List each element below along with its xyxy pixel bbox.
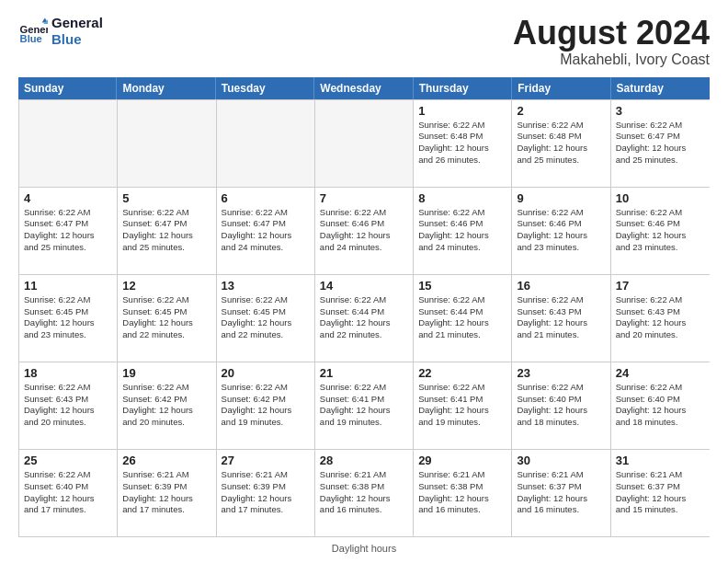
day-info: Sunrise: 6:22 AM Sunset: 6:42 PM Dayligh… <box>222 382 310 429</box>
cal-cell: 4Sunrise: 6:22 AM Sunset: 6:47 PM Daylig… <box>19 188 118 274</box>
day-info: Sunrise: 6:22 AM Sunset: 6:44 PM Dayligh… <box>418 294 506 341</box>
logo-icon: General Blue <box>18 17 48 46</box>
cal-cell: 1Sunrise: 6:22 AM Sunset: 6:48 PM Daylig… <box>414 100 512 187</box>
cal-cell: 26Sunrise: 6:21 AM Sunset: 6:39 PM Dayli… <box>118 450 216 536</box>
day-info: Sunrise: 6:22 AM Sunset: 6:45 PM Dayligh… <box>24 294 112 341</box>
cal-cell: 23Sunrise: 6:22 AM Sunset: 6:40 PM Dayli… <box>512 362 610 449</box>
cal-row-3: 18Sunrise: 6:22 AM Sunset: 6:43 PM Dayli… <box>19 362 710 449</box>
cal-cell: 25Sunrise: 6:22 AM Sunset: 6:40 PM Dayli… <box>19 450 118 536</box>
cal-cell <box>118 100 216 187</box>
day-number: 14 <box>320 279 408 293</box>
day-info: Sunrise: 6:21 AM Sunset: 6:37 PM Dayligh… <box>517 469 605 516</box>
day-info: Sunrise: 6:22 AM Sunset: 6:46 PM Dayligh… <box>418 207 506 254</box>
day-header-friday: Friday <box>512 77 610 99</box>
cal-cell: 6Sunrise: 6:22 AM Sunset: 6:47 PM Daylig… <box>217 188 315 274</box>
day-info: Sunrise: 6:22 AM Sunset: 6:47 PM Dayligh… <box>222 207 310 254</box>
day-header-wednesday: Wednesday <box>314 77 413 99</box>
day-number: 11 <box>24 279 112 293</box>
day-number: 10 <box>616 191 705 205</box>
cal-cell: 7Sunrise: 6:22 AM Sunset: 6:46 PM Daylig… <box>315 188 414 274</box>
day-number: 20 <box>222 366 310 380</box>
day-number: 19 <box>122 366 210 380</box>
day-number: 31 <box>616 454 705 467</box>
day-header-thursday: Thursday <box>414 77 512 99</box>
day-number: 3 <box>616 104 705 118</box>
day-number: 17 <box>616 279 705 293</box>
day-info: Sunrise: 6:22 AM Sunset: 6:46 PM Dayligh… <box>320 207 408 254</box>
cal-cell: 2Sunrise: 6:22 AM Sunset: 6:48 PM Daylig… <box>512 100 610 187</box>
day-info: Sunrise: 6:22 AM Sunset: 6:43 PM Dayligh… <box>24 382 112 429</box>
footer: Daylight hours <box>18 543 710 554</box>
day-number: 23 <box>517 366 605 380</box>
day-number: 29 <box>418 454 506 467</box>
day-number: 26 <box>122 454 210 467</box>
cal-cell: 5Sunrise: 6:22 AM Sunset: 6:47 PM Daylig… <box>118 188 216 274</box>
cal-cell: 12Sunrise: 6:22 AM Sunset: 6:45 PM Dayli… <box>118 275 216 362</box>
day-info: Sunrise: 6:21 AM Sunset: 6:38 PM Dayligh… <box>320 469 408 516</box>
day-info: Sunrise: 6:22 AM Sunset: 6:42 PM Dayligh… <box>122 382 210 429</box>
day-number: 13 <box>222 279 310 293</box>
cal-cell: 22Sunrise: 6:22 AM Sunset: 6:41 PM Dayli… <box>414 362 512 449</box>
day-number: 9 <box>517 191 605 205</box>
day-number: 7 <box>320 191 408 205</box>
day-number: 4 <box>24 191 112 205</box>
cal-cell: 8Sunrise: 6:22 AM Sunset: 6:46 PM Daylig… <box>414 188 512 274</box>
day-number: 21 <box>320 366 408 380</box>
cal-cell: 13Sunrise: 6:22 AM Sunset: 6:45 PM Dayli… <box>217 275 315 362</box>
day-info: Sunrise: 6:21 AM Sunset: 6:39 PM Dayligh… <box>122 469 210 516</box>
page-subtitle: Makahebli, Ivory Coast <box>513 52 710 68</box>
cal-cell: 10Sunrise: 6:22 AM Sunset: 6:46 PM Dayli… <box>611 188 710 274</box>
day-info: Sunrise: 6:22 AM Sunset: 6:47 PM Dayligh… <box>616 120 705 167</box>
day-number: 24 <box>616 366 705 380</box>
day-info: Sunrise: 6:22 AM Sunset: 6:47 PM Dayligh… <box>24 207 112 254</box>
day-number: 15 <box>418 279 506 293</box>
day-header-sunday: Sunday <box>18 77 117 99</box>
day-number: 25 <box>24 454 112 467</box>
cal-cell: 20Sunrise: 6:22 AM Sunset: 6:42 PM Dayli… <box>217 362 315 449</box>
day-info: Sunrise: 6:22 AM Sunset: 6:46 PM Dayligh… <box>517 207 605 254</box>
calendar-header: SundayMondayTuesdayWednesdayThursdayFrid… <box>18 77 710 99</box>
cal-row-1: 4Sunrise: 6:22 AM Sunset: 6:47 PM Daylig… <box>19 187 710 274</box>
cal-cell: 24Sunrise: 6:22 AM Sunset: 6:40 PM Dayli… <box>611 362 710 449</box>
day-number: 28 <box>320 454 408 467</box>
cal-cell <box>315 100 414 187</box>
day-number: 2 <box>517 104 605 118</box>
day-info: Sunrise: 6:22 AM Sunset: 6:41 PM Dayligh… <box>418 382 506 429</box>
day-info: Sunrise: 6:22 AM Sunset: 6:44 PM Dayligh… <box>320 294 408 341</box>
cal-cell: 9Sunrise: 6:22 AM Sunset: 6:46 PM Daylig… <box>512 188 610 274</box>
cal-cell: 21Sunrise: 6:22 AM Sunset: 6:41 PM Dayli… <box>315 362 414 449</box>
logo: General Blue General Blue <box>18 15 103 48</box>
day-number: 5 <box>122 191 210 205</box>
day-info: Sunrise: 6:21 AM Sunset: 6:39 PM Dayligh… <box>222 469 310 516</box>
cal-cell: 31Sunrise: 6:21 AM Sunset: 6:37 PM Dayli… <box>611 450 710 536</box>
day-info: Sunrise: 6:21 AM Sunset: 6:37 PM Dayligh… <box>616 469 705 516</box>
cal-cell: 14Sunrise: 6:22 AM Sunset: 6:44 PM Dayli… <box>315 275 414 362</box>
day-header-monday: Monday <box>117 77 215 99</box>
day-info: Sunrise: 6:22 AM Sunset: 6:40 PM Dayligh… <box>24 469 112 516</box>
cal-cell: 11Sunrise: 6:22 AM Sunset: 6:45 PM Dayli… <box>19 275 118 362</box>
day-info: Sunrise: 6:22 AM Sunset: 6:45 PM Dayligh… <box>222 294 310 341</box>
cal-cell: 18Sunrise: 6:22 AM Sunset: 6:43 PM Dayli… <box>19 362 118 449</box>
title-block: August 2024 Makahebli, Ivory Coast <box>513 15 710 68</box>
day-info: Sunrise: 6:22 AM Sunset: 6:41 PM Dayligh… <box>320 382 408 429</box>
day-number: 6 <box>222 191 310 205</box>
day-info: Sunrise: 6:22 AM Sunset: 6:40 PM Dayligh… <box>616 382 705 429</box>
cal-cell: 16Sunrise: 6:22 AM Sunset: 6:43 PM Dayli… <box>512 275 610 362</box>
cal-cell: 17Sunrise: 6:22 AM Sunset: 6:43 PM Dayli… <box>611 275 710 362</box>
day-info: Sunrise: 6:22 AM Sunset: 6:48 PM Dayligh… <box>418 120 506 167</box>
cal-cell: 15Sunrise: 6:22 AM Sunset: 6:44 PM Dayli… <box>414 275 512 362</box>
logo-line2: Blue <box>51 31 103 48</box>
day-info: Sunrise: 6:21 AM Sunset: 6:38 PM Dayligh… <box>418 469 506 516</box>
day-number: 16 <box>517 279 605 293</box>
day-header-tuesday: Tuesday <box>216 77 314 99</box>
svg-text:Blue: Blue <box>20 33 42 44</box>
cal-cell: 28Sunrise: 6:21 AM Sunset: 6:38 PM Dayli… <box>315 450 414 536</box>
cal-cell <box>217 100 315 187</box>
day-header-saturday: Saturday <box>611 77 710 99</box>
day-number: 8 <box>418 191 506 205</box>
cal-cell <box>19 100 118 187</box>
cal-cell: 19Sunrise: 6:22 AM Sunset: 6:42 PM Dayli… <box>118 362 216 449</box>
day-info: Sunrise: 6:22 AM Sunset: 6:43 PM Dayligh… <box>517 294 605 341</box>
day-number: 1 <box>418 104 506 118</box>
page-title: August 2024 <box>513 15 710 52</box>
